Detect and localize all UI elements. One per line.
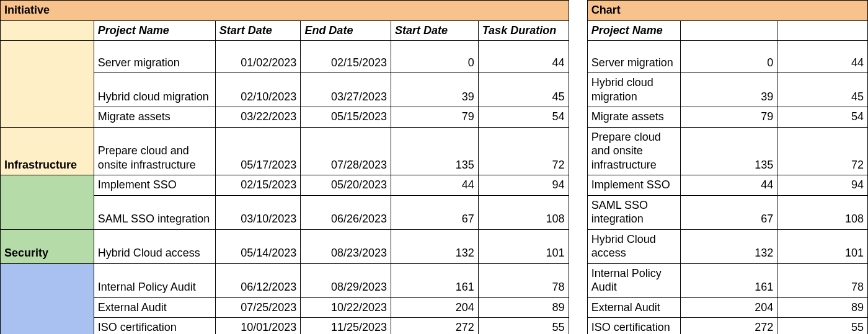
chart-cell-project[interactable]: Implement SSO xyxy=(587,175,681,196)
col-dur: Task Duration xyxy=(478,20,569,41)
cell-end[interactable]: 10/22/2023 xyxy=(301,297,391,318)
cell-dur[interactable]: 78 xyxy=(478,263,569,297)
cell-dur[interactable]: 44 xyxy=(478,41,569,73)
cell-project[interactable]: Migrate assets xyxy=(94,107,215,128)
chart-cell-start2[interactable]: 44 xyxy=(681,175,777,196)
cell-dur[interactable]: 55 xyxy=(478,318,569,335)
cell-end[interactable]: 02/15/2023 xyxy=(301,41,391,73)
chart-cell-dur[interactable]: 101 xyxy=(777,229,868,263)
chart-cell-start2[interactable]: 0 xyxy=(681,41,777,73)
cell-start2[interactable]: 39 xyxy=(391,73,479,107)
cell-start2[interactable]: 135 xyxy=(391,127,479,175)
col-start: Start Date xyxy=(215,20,301,41)
chart-cell-start2[interactable]: 272 xyxy=(681,318,777,335)
cell-start[interactable]: 10/01/2023 xyxy=(215,318,301,335)
cell-end[interactable]: 03/27/2023 xyxy=(301,73,391,107)
chart-cell-project[interactable]: Internal Policy Audit xyxy=(587,263,681,297)
gap-cell xyxy=(569,1,587,21)
cell-project[interactable]: Hybrid cloud migration xyxy=(94,73,215,107)
cell-dur[interactable]: 89 xyxy=(478,297,569,318)
cell-start[interactable]: 06/12/2023 xyxy=(215,263,301,297)
chart-cell-start2[interactable]: 204 xyxy=(681,297,777,318)
cell-end[interactable]: 07/28/2023 xyxy=(301,127,391,175)
initiative-cell-sec: Security xyxy=(1,229,94,263)
chart-cell-start2[interactable]: 39 xyxy=(681,73,777,107)
chart-cell-dur[interactable]: 94 xyxy=(777,175,868,196)
cell-end[interactable]: 08/29/2023 xyxy=(301,263,391,297)
initiative-header-spacer xyxy=(1,20,94,41)
chart-cell-start2[interactable]: 67 xyxy=(681,195,777,229)
chart-cell-dur[interactable]: 44 xyxy=(777,41,868,73)
chart-cell-dur[interactable]: 78 xyxy=(777,263,868,297)
cell-start[interactable]: 03/10/2023 xyxy=(215,195,301,229)
cell-start2[interactable]: 67 xyxy=(391,195,479,229)
chart-col-blank2 xyxy=(777,20,868,41)
chart-cell-project[interactable]: Prepare cloud and onsite infrastructure xyxy=(587,127,681,175)
chart-cell-dur[interactable]: 55 xyxy=(777,318,868,335)
table-row: Internal Policy Audit 06/12/2023 08/29/2… xyxy=(1,263,868,297)
chart-cell-dur[interactable]: 45 xyxy=(777,73,868,107)
cell-dur[interactable]: 54 xyxy=(478,107,569,128)
initiative-title: Initiative xyxy=(1,1,569,21)
cell-start[interactable]: 05/14/2023 xyxy=(215,229,301,263)
cell-project[interactable]: External Audit xyxy=(94,297,215,318)
col-project: Project Name xyxy=(94,20,215,41)
cell-project[interactable]: SAML SSO integration xyxy=(94,195,215,229)
spreadsheet-table: Initiative Chart Project Name Start Date… xyxy=(0,0,868,334)
cell-start2[interactable]: 272 xyxy=(391,318,479,335)
chart-cell-dur[interactable]: 54 xyxy=(777,107,868,128)
cell-start2[interactable]: 79 xyxy=(391,107,479,128)
chart-col-project: Project Name xyxy=(587,20,681,41)
chart-cell-dur[interactable]: 108 xyxy=(777,195,868,229)
cell-project[interactable]: ISO certification xyxy=(94,318,215,335)
chart-cell-project[interactable]: SAML SSO integration xyxy=(587,195,681,229)
cell-end[interactable]: 08/23/2023 xyxy=(301,229,391,263)
cell-start2[interactable]: 44 xyxy=(391,175,479,196)
cell-end[interactable]: 11/25/2023 xyxy=(301,318,391,335)
cell-start[interactable]: 02/10/2023 xyxy=(215,73,301,107)
cell-dur[interactable]: 101 xyxy=(478,229,569,263)
table-row: Server migration 01/02/2023 02/15/2023 0… xyxy=(1,41,868,73)
cell-dur[interactable]: 94 xyxy=(478,175,569,196)
cell-start2[interactable]: 132 xyxy=(391,229,479,263)
chart-cell-project[interactable]: Hybrid Cloud access xyxy=(587,229,681,263)
chart-cell-start2[interactable]: 135 xyxy=(681,127,777,175)
chart-cell-project[interactable]: Migrate assets xyxy=(587,107,681,128)
chart-cell-start2[interactable]: 161 xyxy=(681,263,777,297)
chart-cell-project[interactable]: Hybrid cloud migration xyxy=(587,73,681,107)
table-row: ISO certification 10/01/2023 11/25/2023 … xyxy=(1,318,868,335)
chart-cell-start2[interactable]: 132 xyxy=(681,229,777,263)
chart-cell-project[interactable]: External Audit xyxy=(587,297,681,318)
chart-cell-dur[interactable]: 72 xyxy=(777,127,868,175)
initiative-cell-infra-top xyxy=(1,41,94,128)
cell-project[interactable]: Server migration xyxy=(94,41,215,73)
table-row: External Audit 07/25/2023 10/22/2023 204… xyxy=(1,297,868,318)
initiative-cell-comp xyxy=(1,263,94,334)
cell-start2[interactable]: 0 xyxy=(391,41,479,73)
chart-cell-project[interactable]: ISO certification xyxy=(587,318,681,335)
cell-start2[interactable]: 161 xyxy=(391,263,479,297)
table-row: Security Hybrid Cloud access 05/14/2023 … xyxy=(1,229,868,263)
cell-project[interactable]: Hybrid Cloud access xyxy=(94,229,215,263)
chart-col-blank1 xyxy=(681,20,777,41)
chart-cell-dur[interactable]: 89 xyxy=(777,297,868,318)
cell-start[interactable]: 01/02/2023 xyxy=(215,41,301,73)
cell-dur[interactable]: 108 xyxy=(478,195,569,229)
cell-dur[interactable]: 72 xyxy=(478,127,569,175)
cell-project[interactable]: Internal Policy Audit xyxy=(94,263,215,297)
cell-project[interactable]: Implement SSO xyxy=(94,175,215,196)
table-row: Implement SSO 02/15/2023 05/20/2023 44 9… xyxy=(1,175,868,196)
cell-project[interactable]: Prepare cloud and onsite infrastructure xyxy=(94,127,215,175)
cell-start[interactable]: 05/17/2023 xyxy=(215,127,301,175)
cell-end[interactable]: 06/26/2023 xyxy=(301,195,391,229)
cell-dur[interactable]: 45 xyxy=(478,73,569,107)
cell-end[interactable]: 05/15/2023 xyxy=(301,107,391,128)
chart-cell-start2[interactable]: 79 xyxy=(681,107,777,128)
initiative-cell-sec-top xyxy=(1,175,94,230)
cell-start[interactable]: 03/22/2023 xyxy=(215,107,301,128)
cell-start2[interactable]: 204 xyxy=(391,297,479,318)
cell-start[interactable]: 02/15/2023 xyxy=(215,175,301,196)
chart-cell-project[interactable]: Server migration xyxy=(587,41,681,73)
cell-start[interactable]: 07/25/2023 xyxy=(215,297,301,318)
cell-end[interactable]: 05/20/2023 xyxy=(301,175,391,196)
